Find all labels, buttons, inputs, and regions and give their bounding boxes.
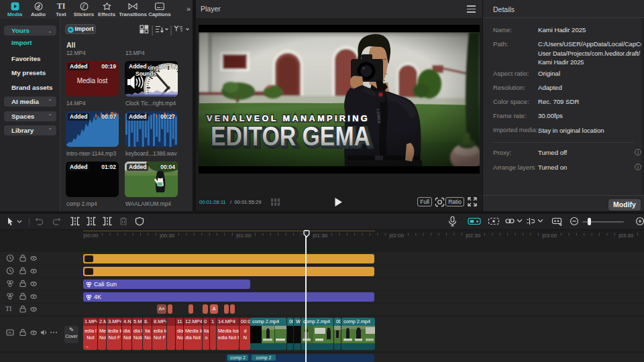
svg-text:Sounds: Sounds [136,70,156,77]
